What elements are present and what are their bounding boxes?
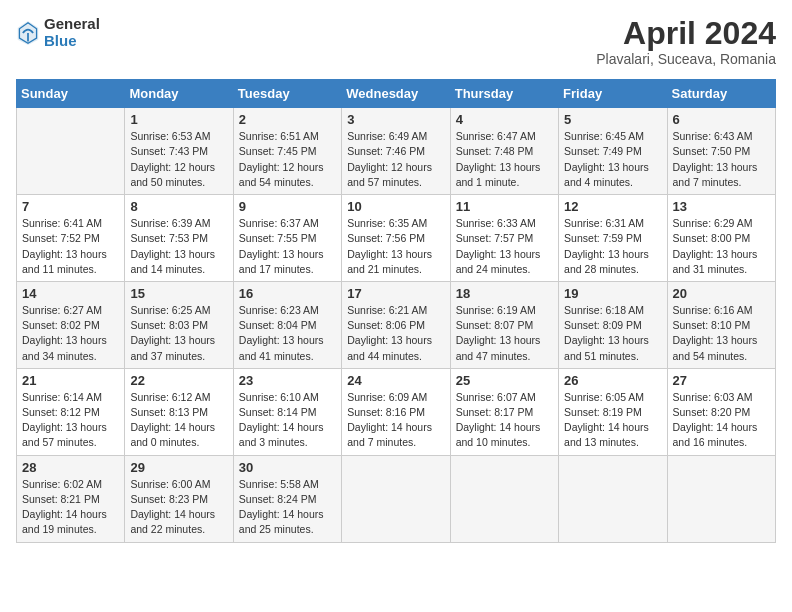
day-number: 26 bbox=[564, 373, 661, 388]
day-info: Sunrise: 6:31 AMSunset: 7:59 PMDaylight:… bbox=[564, 216, 661, 277]
calendar-cell: 6Sunrise: 6:43 AMSunset: 7:50 PMDaylight… bbox=[667, 108, 775, 195]
day-number: 4 bbox=[456, 112, 553, 127]
day-number: 6 bbox=[673, 112, 770, 127]
day-info: Sunrise: 6:09 AMSunset: 8:16 PMDaylight:… bbox=[347, 390, 444, 451]
day-info: Sunrise: 6:45 AMSunset: 7:49 PMDaylight:… bbox=[564, 129, 661, 190]
calendar-cell: 17Sunrise: 6:21 AMSunset: 8:06 PMDayligh… bbox=[342, 281, 450, 368]
day-info: Sunrise: 6:35 AMSunset: 7:56 PMDaylight:… bbox=[347, 216, 444, 277]
day-info: Sunrise: 6:49 AMSunset: 7:46 PMDaylight:… bbox=[347, 129, 444, 190]
title-block: April 2024 Plavalari, Suceava, Romania bbox=[596, 16, 776, 67]
day-info: Sunrise: 6:18 AMSunset: 8:09 PMDaylight:… bbox=[564, 303, 661, 364]
day-number: 16 bbox=[239, 286, 336, 301]
day-info: Sunrise: 6:07 AMSunset: 8:17 PMDaylight:… bbox=[456, 390, 553, 451]
day-number: 27 bbox=[673, 373, 770, 388]
day-number: 29 bbox=[130, 460, 227, 475]
day-info: Sunrise: 6:10 AMSunset: 8:14 PMDaylight:… bbox=[239, 390, 336, 451]
calendar-cell: 22Sunrise: 6:12 AMSunset: 8:13 PMDayligh… bbox=[125, 368, 233, 455]
day-number: 18 bbox=[456, 286, 553, 301]
day-info: Sunrise: 6:12 AMSunset: 8:13 PMDaylight:… bbox=[130, 390, 227, 451]
calendar-cell: 30Sunrise: 5:58 AMSunset: 8:24 PMDayligh… bbox=[233, 455, 341, 542]
day-number: 11 bbox=[456, 199, 553, 214]
day-number: 1 bbox=[130, 112, 227, 127]
calendar-cell: 12Sunrise: 6:31 AMSunset: 7:59 PMDayligh… bbox=[559, 195, 667, 282]
logo-text: General Blue bbox=[44, 16, 100, 49]
logo-icon bbox=[16, 19, 40, 47]
calendar-cell: 4Sunrise: 6:47 AMSunset: 7:48 PMDaylight… bbox=[450, 108, 558, 195]
day-number: 3 bbox=[347, 112, 444, 127]
week-row-3: 14Sunrise: 6:27 AMSunset: 8:02 PMDayligh… bbox=[17, 281, 776, 368]
calendar-cell: 28Sunrise: 6:02 AMSunset: 8:21 PMDayligh… bbox=[17, 455, 125, 542]
day-number: 23 bbox=[239, 373, 336, 388]
calendar-cell: 11Sunrise: 6:33 AMSunset: 7:57 PMDayligh… bbox=[450, 195, 558, 282]
day-header-tuesday: Tuesday bbox=[233, 80, 341, 108]
calendar-cell: 23Sunrise: 6:10 AMSunset: 8:14 PMDayligh… bbox=[233, 368, 341, 455]
day-number: 14 bbox=[22, 286, 119, 301]
logo-blue: Blue bbox=[44, 33, 100, 50]
day-info: Sunrise: 6:19 AMSunset: 8:07 PMDaylight:… bbox=[456, 303, 553, 364]
day-number: 30 bbox=[239, 460, 336, 475]
calendar-cell bbox=[450, 455, 558, 542]
calendar-cell: 1Sunrise: 6:53 AMSunset: 7:43 PMDaylight… bbox=[125, 108, 233, 195]
day-number: 22 bbox=[130, 373, 227, 388]
day-header-wednesday: Wednesday bbox=[342, 80, 450, 108]
calendar-cell: 27Sunrise: 6:03 AMSunset: 8:20 PMDayligh… bbox=[667, 368, 775, 455]
day-number: 25 bbox=[456, 373, 553, 388]
logo: General Blue bbox=[16, 16, 100, 49]
calendar-cell: 19Sunrise: 6:18 AMSunset: 8:09 PMDayligh… bbox=[559, 281, 667, 368]
day-info: Sunrise: 6:41 AMSunset: 7:52 PMDaylight:… bbox=[22, 216, 119, 277]
calendar-cell: 21Sunrise: 6:14 AMSunset: 8:12 PMDayligh… bbox=[17, 368, 125, 455]
calendar-cell: 2Sunrise: 6:51 AMSunset: 7:45 PMDaylight… bbox=[233, 108, 341, 195]
day-info: Sunrise: 6:25 AMSunset: 8:03 PMDaylight:… bbox=[130, 303, 227, 364]
day-info: Sunrise: 6:16 AMSunset: 8:10 PMDaylight:… bbox=[673, 303, 770, 364]
calendar-cell: 14Sunrise: 6:27 AMSunset: 8:02 PMDayligh… bbox=[17, 281, 125, 368]
day-info: Sunrise: 6:53 AMSunset: 7:43 PMDaylight:… bbox=[130, 129, 227, 190]
day-info: Sunrise: 6:00 AMSunset: 8:23 PMDaylight:… bbox=[130, 477, 227, 538]
day-number: 20 bbox=[673, 286, 770, 301]
day-number: 21 bbox=[22, 373, 119, 388]
day-info: Sunrise: 6:02 AMSunset: 8:21 PMDaylight:… bbox=[22, 477, 119, 538]
calendar-cell bbox=[667, 455, 775, 542]
day-number: 19 bbox=[564, 286, 661, 301]
week-row-4: 21Sunrise: 6:14 AMSunset: 8:12 PMDayligh… bbox=[17, 368, 776, 455]
day-number: 9 bbox=[239, 199, 336, 214]
day-number: 7 bbox=[22, 199, 119, 214]
calendar-cell: 10Sunrise: 6:35 AMSunset: 7:56 PMDayligh… bbox=[342, 195, 450, 282]
day-info: Sunrise: 6:05 AMSunset: 8:19 PMDaylight:… bbox=[564, 390, 661, 451]
calendar-cell: 3Sunrise: 6:49 AMSunset: 7:46 PMDaylight… bbox=[342, 108, 450, 195]
calendar-title: April 2024 bbox=[596, 16, 776, 51]
day-info: Sunrise: 6:43 AMSunset: 7:50 PMDaylight:… bbox=[673, 129, 770, 190]
calendar-cell: 7Sunrise: 6:41 AMSunset: 7:52 PMDaylight… bbox=[17, 195, 125, 282]
calendar-cell: 13Sunrise: 6:29 AMSunset: 8:00 PMDayligh… bbox=[667, 195, 775, 282]
day-number: 8 bbox=[130, 199, 227, 214]
calendar-cell: 9Sunrise: 6:37 AMSunset: 7:55 PMDaylight… bbox=[233, 195, 341, 282]
calendar-cell bbox=[559, 455, 667, 542]
calendar-cell: 29Sunrise: 6:00 AMSunset: 8:23 PMDayligh… bbox=[125, 455, 233, 542]
day-header-friday: Friday bbox=[559, 80, 667, 108]
day-number: 28 bbox=[22, 460, 119, 475]
week-row-1: 1Sunrise: 6:53 AMSunset: 7:43 PMDaylight… bbox=[17, 108, 776, 195]
calendar-cell bbox=[17, 108, 125, 195]
day-info: Sunrise: 6:03 AMSunset: 8:20 PMDaylight:… bbox=[673, 390, 770, 451]
day-info: Sunrise: 6:47 AMSunset: 7:48 PMDaylight:… bbox=[456, 129, 553, 190]
day-number: 12 bbox=[564, 199, 661, 214]
day-header-sunday: Sunday bbox=[17, 80, 125, 108]
day-number: 15 bbox=[130, 286, 227, 301]
calendar-cell: 26Sunrise: 6:05 AMSunset: 8:19 PMDayligh… bbox=[559, 368, 667, 455]
calendar-table: SundayMondayTuesdayWednesdayThursdayFrid… bbox=[16, 79, 776, 542]
calendar-cell: 5Sunrise: 6:45 AMSunset: 7:49 PMDaylight… bbox=[559, 108, 667, 195]
day-info: Sunrise: 6:21 AMSunset: 8:06 PMDaylight:… bbox=[347, 303, 444, 364]
day-header-saturday: Saturday bbox=[667, 80, 775, 108]
day-info: Sunrise: 6:27 AMSunset: 8:02 PMDaylight:… bbox=[22, 303, 119, 364]
calendar-cell: 15Sunrise: 6:25 AMSunset: 8:03 PMDayligh… bbox=[125, 281, 233, 368]
week-row-5: 28Sunrise: 6:02 AMSunset: 8:21 PMDayligh… bbox=[17, 455, 776, 542]
day-number: 5 bbox=[564, 112, 661, 127]
day-header-monday: Monday bbox=[125, 80, 233, 108]
calendar-cell: 20Sunrise: 6:16 AMSunset: 8:10 PMDayligh… bbox=[667, 281, 775, 368]
calendar-cell: 8Sunrise: 6:39 AMSunset: 7:53 PMDaylight… bbox=[125, 195, 233, 282]
page-header: General Blue April 2024 Plavalari, Sucea… bbox=[16, 16, 776, 67]
day-info: Sunrise: 6:14 AMSunset: 8:12 PMDaylight:… bbox=[22, 390, 119, 451]
calendar-cell: 24Sunrise: 6:09 AMSunset: 8:16 PMDayligh… bbox=[342, 368, 450, 455]
day-number: 13 bbox=[673, 199, 770, 214]
day-header-row: SundayMondayTuesdayWednesdayThursdayFrid… bbox=[17, 80, 776, 108]
day-info: Sunrise: 6:39 AMSunset: 7:53 PMDaylight:… bbox=[130, 216, 227, 277]
